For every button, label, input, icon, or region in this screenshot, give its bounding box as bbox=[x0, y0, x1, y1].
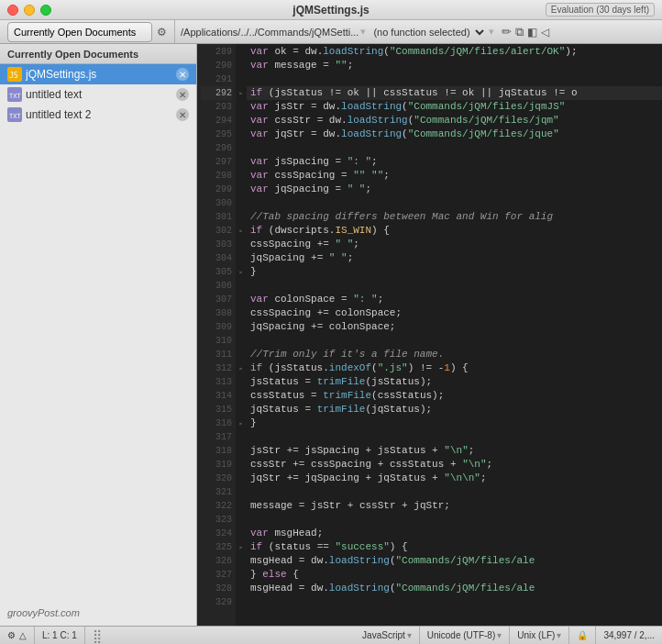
code-line[interactable]: var ok = dw.loadString("Commands/jQM/fil… bbox=[247, 45, 662, 59]
code-line[interactable] bbox=[247, 72, 662, 86]
line-number: 313 bbox=[201, 375, 232, 389]
code-line[interactable]: cssStr += cssSpacing + cssStatus + "\n"; bbox=[247, 458, 662, 472]
line-number: 311 bbox=[201, 348, 232, 361]
fold-marker[interactable]: ▸ bbox=[236, 416, 247, 430]
code-line[interactable]: var msgHead; bbox=[247, 527, 662, 540]
fold-marker bbox=[236, 169, 247, 183]
status-section-language[interactable]: JavaScript ▾ bbox=[355, 627, 420, 644]
code-line[interactable] bbox=[247, 334, 662, 348]
function-dropdown[interactable]: (no function selected) bbox=[368, 26, 487, 39]
cursor-position: L: 1 C: 1 bbox=[42, 630, 77, 640]
fold-marker bbox=[236, 238, 247, 251]
clipboard-icon[interactable]: ⧉ bbox=[515, 25, 524, 39]
status-icon-alerts[interactable]: △ bbox=[19, 630, 27, 640]
line-number: 310 bbox=[201, 334, 232, 348]
code-line[interactable]: if (jsStatus != ok || cssStatus != ok ||… bbox=[247, 86, 662, 100]
code-line[interactable]: //Trim only if it's a file name. bbox=[247, 348, 662, 361]
fold-marker bbox=[236, 375, 247, 389]
code-line[interactable]: } else { bbox=[247, 568, 662, 582]
gear-icon[interactable]: ⚙ bbox=[153, 24, 170, 40]
fold-marker[interactable]: ▸ bbox=[236, 361, 247, 375]
code-line[interactable] bbox=[247, 430, 662, 444]
code-line[interactable]: if (jsStatus.indexOf(".js") != -1) { bbox=[247, 361, 662, 375]
fold-marker[interactable]: ▸ bbox=[236, 224, 247, 238]
sidebar-item-close-untitled1[interactable]: ✕ bbox=[176, 88, 189, 101]
fold-marker bbox=[236, 183, 247, 196]
status-section-resize[interactable]: ⣿ bbox=[85, 627, 355, 644]
fold-marker bbox=[236, 334, 247, 348]
code-line[interactable]: var jsSpacing = ": "; bbox=[247, 155, 662, 169]
language-label: JavaScript bbox=[362, 630, 405, 640]
minimize-button[interactable] bbox=[24, 5, 35, 16]
svg-text:JS: JS bbox=[9, 72, 18, 80]
sidebar-item-untitled2[interactable]: TXT untitled text 2 ✕ bbox=[0, 105, 196, 125]
code-line[interactable] bbox=[247, 141, 662, 155]
code-lines[interactable]: var ok = dw.loadString("Commands/jQM/fil… bbox=[247, 44, 662, 626]
status-icon-settings[interactable]: ⚙ bbox=[7, 630, 16, 640]
code-line[interactable] bbox=[247, 196, 662, 210]
code-line[interactable]: cssSpacing += colonSpace; bbox=[247, 306, 662, 320]
fold-marker bbox=[236, 430, 247, 444]
code-line[interactable]: jqStatus = trimFile(jqStatus); bbox=[247, 403, 662, 416]
status-section-icons: ⚙ △ bbox=[0, 627, 35, 644]
code-line[interactable]: var jsStr = dw.loadString("Commands/jQM/… bbox=[247, 100, 662, 114]
code-line[interactable]: msgHead = dw.loadString("Commands/jQM/fi… bbox=[247, 582, 662, 595]
sidebar-item-close-jqmsettings[interactable]: ✕ bbox=[176, 68, 189, 81]
sidebar-item-label-untitled1: untitled text bbox=[26, 88, 176, 101]
sidebar-item-jqmsettings[interactable]: JS jQMSettings.js ✕ bbox=[0, 64, 196, 84]
fold-marker[interactable]: ▸ bbox=[236, 265, 247, 279]
fold-marker[interactable]: ▸ bbox=[236, 540, 247, 554]
code-line[interactable]: jqSpacing += " "; bbox=[247, 251, 662, 265]
line-number: 325 bbox=[201, 540, 232, 554]
status-section-encoding[interactable]: Unicode (UTF-8) ▾ bbox=[420, 627, 510, 644]
code-line[interactable] bbox=[247, 279, 662, 293]
line-number: 289 bbox=[201, 45, 232, 59]
code-line[interactable]: var colonSpace = ": "; bbox=[247, 293, 662, 306]
fold-marker bbox=[236, 513, 247, 527]
code-line[interactable]: var jqStr = dw.loadString("Commands/jQM/… bbox=[247, 128, 662, 141]
collapse-icon[interactable]: ◁ bbox=[541, 26, 549, 39]
code-line[interactable]: if (dwscripts.IS_WIN) { bbox=[247, 224, 662, 238]
line-number: 320 bbox=[201, 472, 232, 485]
line-number: 326 bbox=[201, 554, 232, 568]
line-number: 294 bbox=[201, 114, 232, 128]
code-line[interactable] bbox=[247, 485, 662, 499]
code-content[interactable]: 2892902912922932942952962972982993003013… bbox=[197, 44, 662, 626]
fold-marker bbox=[236, 141, 247, 155]
code-line[interactable] bbox=[247, 513, 662, 527]
code-line[interactable]: } bbox=[247, 265, 662, 279]
path-label: /Applications/../../Commands/jQMSetti... bbox=[175, 27, 359, 38]
code-line[interactable]: //Tab spacing differs between Mac and Wi… bbox=[247, 210, 662, 224]
line-number: 312 bbox=[201, 361, 232, 375]
fold-marker[interactable]: ▸ bbox=[236, 86, 247, 100]
code-line[interactable]: jsStr += jsSpacing + jsStatus + "\n"; bbox=[247, 444, 662, 458]
code-line[interactable]: jqStr += jqSpacing + jqStatus + "\n\n"; bbox=[247, 472, 662, 485]
code-line[interactable]: var message = ""; bbox=[247, 59, 662, 72]
close-button[interactable] bbox=[7, 5, 18, 16]
view-icon[interactable]: ◧ bbox=[527, 26, 537, 39]
code-line[interactable]: msgHead = dw.loadString("Commands/jQM/fi… bbox=[247, 554, 662, 568]
code-line[interactable]: var cssSpacing = "" ""; bbox=[247, 169, 662, 183]
open-documents-dropdown[interactable]: Currently Open Documents bbox=[7, 22, 152, 42]
maximize-button[interactable] bbox=[40, 5, 51, 16]
code-line[interactable] bbox=[247, 595, 662, 609]
fold-marker bbox=[236, 72, 247, 86]
line-number: 327 bbox=[201, 568, 232, 582]
code-line[interactable]: var jqSpacing = " "; bbox=[247, 183, 662, 196]
line-number: 316 bbox=[201, 416, 232, 430]
sidebar-item-close-untitled2[interactable]: ✕ bbox=[176, 108, 189, 121]
status-section-line-ending[interactable]: Unix (LF) ▾ bbox=[510, 627, 569, 644]
code-line[interactable]: var cssStr = dw.loadString("Commands/jQM… bbox=[247, 114, 662, 128]
code-line[interactable]: jsStatus = trimFile(jsStatus); bbox=[247, 375, 662, 389]
toolbar-path: /Applications/../../Commands/jQMSetti...… bbox=[175, 25, 662, 39]
sidebar-item-untitled1[interactable]: TXT untitled text ✕ bbox=[0, 84, 196, 105]
code-line[interactable]: jqSpacing += colonSpace; bbox=[247, 320, 662, 334]
code-line[interactable]: if (status == "success") { bbox=[247, 540, 662, 554]
code-line[interactable]: cssSpacing += " "; bbox=[247, 238, 662, 251]
edit-icon[interactable]: ✏ bbox=[502, 25, 512, 39]
code-line[interactable]: } bbox=[247, 416, 662, 430]
code-line[interactable]: cssStatus = trimFile(cssStatus); bbox=[247, 389, 662, 403]
toolbar: Currently Open Documents ⚙ /Applications… bbox=[0, 20, 662, 44]
code-line[interactable]: message = jsStr + cssStr + jqStr; bbox=[247, 499, 662, 513]
sidebar: Currently Open Documents JS jQMSettings.… bbox=[0, 44, 197, 626]
